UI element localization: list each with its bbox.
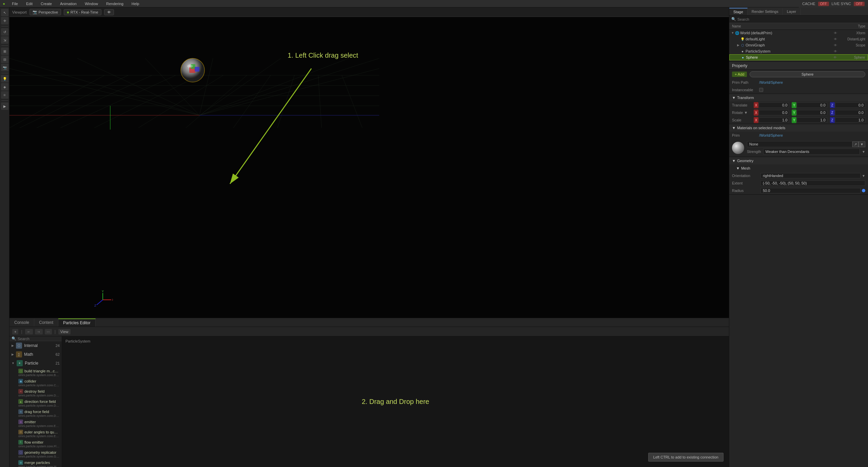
tool-select[interactable]: ↖ — [1, 9, 8, 16]
tab-console[interactable]: Console — [9, 319, 34, 326]
group-internal: ▶ ⬡ Internal 24 — [9, 341, 62, 350]
tool-rotate[interactable]: ↺ — [1, 28, 8, 36]
scale-z-val[interactable]: 1.0 — [835, 117, 865, 123]
menu-create[interactable]: Create — [39, 1, 53, 6]
scale-y-val[interactable]: 1.0 — [797, 117, 827, 123]
tree-expand-omnigraph[interactable]: ▶ — [736, 43, 740, 47]
material-link-btn[interactable]: ↗ — [852, 141, 859, 147]
search-icon: 🔍 — [12, 336, 16, 341]
strength-select[interactable]: Weaker than Descendants — [763, 149, 860, 155]
panel-undo-btn[interactable]: ← — [25, 329, 33, 334]
tree-expand-sphere — [736, 56, 740, 59]
add-btn[interactable]: + Add — [732, 72, 747, 77]
panel-view-btn[interactable]: View — [58, 329, 71, 334]
list-item[interactable]: ⊕ merge particles omni.particle.system.c… — [9, 459, 62, 467]
tool-material[interactable]: ◈ — [1, 83, 8, 91]
panel-dots-btn[interactable]: ··· — [45, 329, 52, 334]
list-item[interactable]: ⊛ emitter omni.particle.system.core.Emit… — [9, 419, 62, 429]
list-item[interactable]: ≋ drag force field omni.particle.system.… — [9, 408, 62, 419]
menu-bar: ● File Edit Create Animation Window Rend… — [0, 0, 868, 7]
tool-physics[interactable]: ⚛ — [1, 91, 8, 99]
item-name-2: destroy field — [24, 389, 44, 393]
stage-tab-layer[interactable]: Layer — [783, 8, 801, 15]
tree-item-defaultlight[interactable]: 💡 defaultLight 👁 DistantLight — [729, 36, 868, 42]
materials-section-header[interactable]: ▼ Materials on selected models — [729, 124, 868, 132]
instanceable-checkbox[interactable] — [759, 88, 763, 92]
rotate-z-val[interactable]: 0.0 — [835, 110, 865, 115]
rotate-x-val[interactable]: 0.0 — [759, 110, 789, 115]
list-item[interactable]: ⧖ flow emitter omni.particle.system.core… — [9, 439, 62, 449]
tree-vis-ps[interactable]: 👁 — [831, 50, 840, 53]
panel-content: 🔍 ▶ ⬡ Internal 24 — [9, 336, 729, 467]
tool-scale[interactable]: ⇲ — [1, 36, 8, 44]
list-item[interactable]: ⬡ build triangle m...cceleration tree om… — [9, 368, 62, 378]
viewport[interactable]: Viewport 📷 Perspective ■ RTX - Real-Time… — [9, 7, 729, 318]
tree-vis-light[interactable]: 👁 — [831, 37, 840, 41]
scale-x-val[interactable]: 1.0 — [759, 117, 789, 123]
tool-light[interactable]: 💡 — [1, 75, 8, 82]
rotate-y-val[interactable]: 0.0 — [797, 110, 827, 115]
translate-z-val[interactable]: 0.0 — [835, 102, 865, 108]
extent-input[interactable]: (-50, -50, -50), (50, 50, 50) — [760, 180, 865, 186]
particle-system-canvas[interactable]: ParticleSystem 2. Drag and Drop here Lef… — [62, 336, 729, 467]
viewport-eye-btn[interactable]: 👁 — [104, 9, 114, 15]
ps-label: ParticleSystem — [65, 339, 90, 343]
camera-icon: 📷 — [33, 10, 37, 14]
panel-tabs: Console Content Particles Editor — [9, 318, 729, 327]
transform-section-header[interactable]: ▼ Transform — [729, 94, 868, 101]
group-math-count: 62 — [56, 352, 60, 356]
list-item[interactable]: ⬡ geometry replicator omni.particle.syst… — [9, 449, 62, 459]
translate-y-val[interactable]: 0.0 — [797, 102, 827, 108]
panel-add-btn[interactable]: + — [12, 329, 18, 334]
sphere-3d-object[interactable] — [179, 57, 206, 84]
geometry-section-header[interactable]: ▼ Geometry — [729, 157, 868, 164]
tree-item-particlesystem[interactable]: ● ParticleSystem 👁 — [729, 48, 868, 54]
tree-item-world[interactable]: ▼ 🌐 World (defaultPrim) 👁 Xform — [729, 30, 868, 36]
tool-camera[interactable]: 📷 — [1, 64, 8, 71]
tree-expand-world[interactable]: ▼ — [731, 31, 735, 35]
group-particle-header[interactable]: ▼ ✦ Particle 21 — [9, 359, 62, 368]
material-menu-btn[interactable]: ▼ — [859, 141, 865, 147]
tool-grid[interactable]: ⊟ — [1, 56, 8, 63]
search-input[interactable] — [18, 337, 62, 341]
list-item[interactable]: ◼ collider omni.particle.system.core.Col… — [9, 378, 62, 388]
list-item[interactable]: ▲ direction force field omni.particle.sy… — [9, 398, 62, 408]
stage-tab-stage[interactable]: Stage — [729, 8, 748, 15]
menu-rendering[interactable]: Rendering — [105, 1, 125, 6]
stage-tab-render[interactable]: Render Settings — [748, 8, 783, 15]
orientation-select[interactable]: rightHanded — [760, 173, 861, 178]
menu-file[interactable]: File — [11, 1, 19, 6]
menu-edit[interactable]: Edit — [25, 1, 34, 6]
item-name-3: direction force field — [24, 400, 56, 404]
translate-x-val[interactable]: 0.0 — [759, 102, 789, 108]
tree-vis-sphere[interactable]: 👁 — [831, 56, 839, 59]
tool-move[interactable]: ✛ — [1, 17, 8, 24]
tree-vis-world[interactable]: 👁 — [831, 31, 840, 35]
rtx-render-btn[interactable]: ■ RTX - Real-Time — [64, 9, 101, 15]
list-item[interactable]: ✕ destroy field omni.particle.system.cor… — [9, 388, 62, 398]
menu-window[interactable]: Window — [83, 1, 99, 6]
rotate-z-input: Z 0.0 — [830, 110, 865, 116]
menu-help[interactable]: Help — [130, 1, 141, 6]
group-math-header[interactable]: ▶ ∑ Math 62 — [9, 350, 62, 359]
group-internal-header[interactable]: ▶ ⬡ Internal 24 — [9, 341, 62, 350]
stage-search-input[interactable] — [737, 17, 866, 21]
tree-vis-omnigraph[interactable]: 👁 — [831, 43, 840, 47]
item-path-7: omni.particle.system.core.FlowEm... — [18, 445, 60, 448]
tree-item-sphere[interactable]: ● Sphere 👁 Sphere — [729, 54, 868, 60]
rtx-icon: ■ — [67, 10, 69, 14]
radius-input[interactable]: 50.0 — [760, 188, 861, 193]
panel-redo-btn[interactable]: → — [35, 329, 43, 334]
tool-play[interactable]: ▶ — [1, 102, 8, 110]
tool-snap[interactable]: ⊞ — [1, 47, 8, 55]
tab-content[interactable]: Content — [34, 319, 58, 326]
menu-animation[interactable]: Animation — [59, 1, 78, 6]
list-item[interactable]: ⟳ euler angles to quaternions omni.parti… — [9, 429, 62, 439]
mesh-sub-header[interactable]: ▼ Mesh — [729, 164, 868, 172]
camera-perspective-btn[interactable]: 📷 Perspective — [30, 9, 61, 15]
ctrl-hint-button[interactable]: Left CTRL to add to existing connection — [648, 453, 724, 462]
group-particle-count: 21 — [56, 361, 60, 365]
tree-item-omnigraph[interactable]: ▶ ⬡ OmniGraph 👁 Scope — [729, 42, 868, 48]
tree-icon-omnigraph: ⬡ — [740, 43, 745, 47]
tab-particles-editor[interactable]: Particles Editor — [58, 318, 96, 327]
